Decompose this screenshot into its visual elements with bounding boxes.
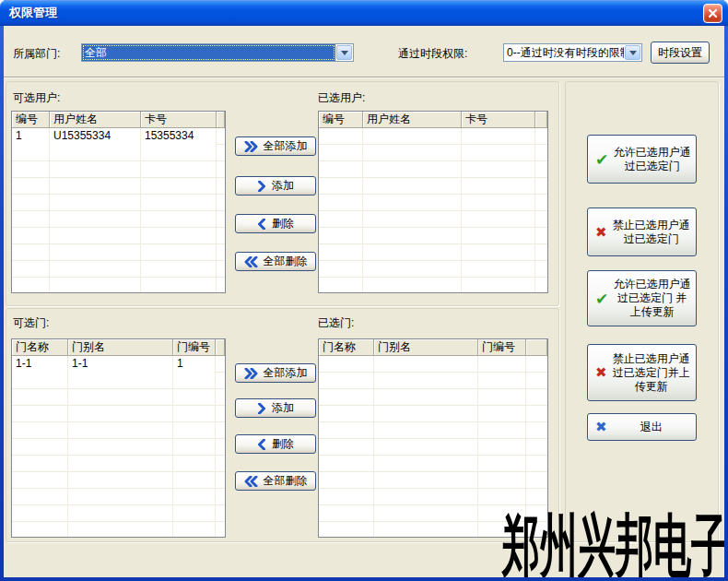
table-cell[interactable]: 1-1 <box>12 356 67 373</box>
chevron-left-icon <box>257 439 266 450</box>
col-header-user-id[interactable]: 编号 <box>319 112 363 128</box>
table-column <box>535 128 547 292</box>
col-header-door-no[interactable]: 门编号 <box>478 339 526 356</box>
department-label: 所属部门: <box>13 46 60 62</box>
exit-cross-icon: ✖ <box>595 419 607 435</box>
table-column <box>462 128 535 292</box>
table-column: 1 <box>173 356 216 537</box>
users-remove-all-button[interactable]: 全部删除 <box>235 252 316 271</box>
chevron-left-icon <box>257 219 266 230</box>
table-column <box>374 356 478 537</box>
table-column <box>216 356 225 537</box>
users-add-label: 添加 <box>272 178 294 194</box>
available-users-table[interactable]: 编号 用户姓名 卡号 1 U15355334 15355334 <box>11 111 226 293</box>
titlebar: 权限管理 <box>0 0 728 26</box>
allow-users-label: 允许已选用户通过已选定门 <box>612 146 692 173</box>
users-remove-all-label: 全部删除 <box>264 254 308 269</box>
available-users-label: 可选用户: <box>13 90 60 106</box>
cross-icon: ✖ <box>595 224 607 241</box>
doors-remove-label: 删除 <box>272 436 294 452</box>
timeperiod-select[interactable]: 0--通过时没有时段的限制 <box>503 43 642 62</box>
vendor-watermark: 郑州兴邦电子 <box>502 501 724 577</box>
chevron-right-icon <box>257 181 266 192</box>
deny-users-label: 禁止已选用户通过已选定门 <box>611 219 692 246</box>
table-cell[interactable]: 15355334 <box>141 128 216 145</box>
doors-remove-all-button[interactable]: 全部删除 <box>235 471 316 491</box>
users-remove-label: 删除 <box>272 216 294 231</box>
selected-users-table[interactable]: 编号 用户姓名 卡号 <box>318 111 548 293</box>
timeperiod-label: 通过时段权限: <box>398 46 467 62</box>
dropdown-arrow-icon[interactable] <box>625 45 640 60</box>
table-column <box>363 128 462 292</box>
users-add-button[interactable]: 添加 <box>235 176 316 196</box>
table-body[interactable] <box>319 128 547 292</box>
col-header-card-no[interactable]: 卡号 <box>141 112 217 128</box>
col-header-door-name[interactable]: 门名称 <box>12 339 68 356</box>
table-column: 1 <box>12 128 50 292</box>
users-remove-button[interactable]: 删除 <box>235 214 316 233</box>
col-header-door-no[interactable]: 门编号 <box>173 339 216 356</box>
table-header-row: 门名称 门别名 门编号 <box>319 339 547 356</box>
department-selected-value: 全部 <box>82 44 335 61</box>
check-icon: ✔ <box>595 150 608 169</box>
dropdown-arrow-icon[interactable] <box>336 45 352 60</box>
doors-add-all-label: 全部添加 <box>264 365 308 381</box>
table-cell[interactable]: 1-1 <box>68 356 172 373</box>
col-header-door-name[interactable]: 门名称 <box>319 339 374 356</box>
table-column <box>217 128 225 292</box>
col-header-door-alias[interactable]: 门别名 <box>374 339 478 356</box>
double-chevron-left-icon <box>244 256 258 267</box>
table-column: 15355334 <box>141 128 217 292</box>
table-header-row: 编号 用户姓名 卡号 <box>319 112 547 128</box>
close-icon <box>708 6 718 22</box>
table-column: 1-1 <box>12 356 68 537</box>
doors-add-all-button[interactable]: 全部添加 <box>235 363 316 383</box>
permission-manager-window: 权限管理 所属部门: 全部 通过时段权限: 0--通过时没有时段的限制 时段设置… <box>0 0 728 581</box>
col-header-card-no[interactable]: 卡号 <box>462 112 535 128</box>
cross-icon: ✖ <box>595 364 607 381</box>
exit-label: 退出 <box>611 421 692 434</box>
col-header-filler <box>535 112 547 128</box>
time-settings-label: 时段设置 <box>658 45 702 61</box>
available-doors-table[interactable]: 门名称 门别名 门编号 1-1 1-1 1 <box>11 338 226 538</box>
col-header-user-name[interactable]: 用户姓名 <box>50 112 141 128</box>
table-column: U15355334 <box>50 128 141 292</box>
double-chevron-left-icon <box>244 476 258 487</box>
close-button[interactable] <box>703 4 722 23</box>
check-icon: ✔ <box>595 290 608 308</box>
deny-users-upload-button[interactable]: ✖ 禁止已选用户通过已选定门并上传更新 <box>587 344 697 401</box>
table-column: 1-1 <box>68 356 173 537</box>
double-chevron-right-icon <box>244 141 258 152</box>
allow-users-button[interactable]: ✔ 允许已选用户通过已选定门 <box>587 135 697 184</box>
table-header-row: 门名称 门别名 门编号 <box>12 339 225 356</box>
exit-button[interactable]: ✖ 退出 <box>587 413 697 441</box>
chevron-right-icon <box>257 403 266 414</box>
table-cell[interactable]: 1 <box>12 128 49 145</box>
deny-users-upload-label: 禁止已选用户通过已选定门并上传更新 <box>611 352 692 394</box>
doors-add-button[interactable]: 添加 <box>235 398 316 418</box>
col-header-filler <box>217 112 225 128</box>
timeperiod-selected-value: 0--通过时没有时段的限制 <box>504 44 624 61</box>
table-body[interactable]: 1-1 1-1 1 <box>12 356 225 537</box>
department-select[interactable]: 全部 <box>81 43 354 62</box>
col-header-door-alias[interactable]: 门别名 <box>68 339 173 356</box>
selected-doors-label: 已选门: <box>318 315 354 331</box>
allow-users-upload-button[interactable]: ✔ 允许已选用户通过已选定门 并上传更新 <box>587 270 697 326</box>
double-chevron-right-icon <box>244 368 258 379</box>
table-cell[interactable]: U15355334 <box>50 128 140 145</box>
table-cell[interactable]: 1 <box>173 356 215 373</box>
table-body[interactable]: 1 U15355334 15355334 <box>12 128 225 292</box>
col-header-user-name[interactable]: 用户姓名 <box>363 112 462 128</box>
doors-add-label: 添加 <box>272 400 294 416</box>
time-settings-button[interactable]: 时段设置 <box>651 42 710 64</box>
topbar-divider <box>4 77 724 78</box>
col-header-user-id[interactable]: 编号 <box>12 112 50 128</box>
table-column <box>319 356 374 537</box>
selected-users-label: 已选用户: <box>318 90 365 106</box>
deny-users-button[interactable]: ✖ 禁止已选用户通过已选定门 <box>587 208 697 256</box>
table-column <box>319 128 363 292</box>
doors-remove-button[interactable]: 删除 <box>235 434 316 454</box>
users-add-all-button[interactable]: 全部添加 <box>235 136 316 156</box>
table-header-row: 编号 用户姓名 卡号 <box>12 112 225 128</box>
allow-users-upload-label: 允许已选用户通过已选定门 并上传更新 <box>612 278 692 319</box>
